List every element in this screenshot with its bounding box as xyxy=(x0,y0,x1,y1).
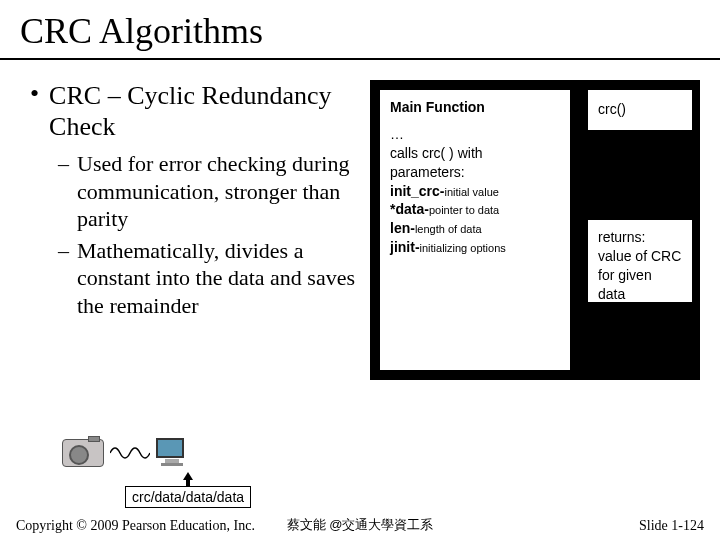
returns-label: returns: xyxy=(598,228,682,247)
left-column: • CRC – Cyclic Redundancy Check – Used f… xyxy=(30,80,370,380)
sub-bullet-2: – Mathematically, divides a constant int… xyxy=(58,237,362,320)
diagram-blackbox: Main Function … calls crc( ) with parame… xyxy=(370,80,700,380)
footer-center: 蔡文能 @交通大學資工系 xyxy=(287,516,434,534)
monitor-icon xyxy=(156,438,188,468)
dash-icon: – xyxy=(58,237,69,320)
main-function-box: Main Function … calls crc( ) with parame… xyxy=(380,90,570,370)
sub-bullet-2-text: Mathematically, divides a constant into … xyxy=(77,237,362,320)
sub-bullet-1-text: Used for error checking during communica… xyxy=(77,150,362,233)
copyright-text: Copyright © 2009 Pearson Education, Inc. xyxy=(16,518,255,534)
bullet-dot-icon: • xyxy=(30,80,39,142)
slide-title: CRC Algorithms xyxy=(0,0,720,60)
content-area: • CRC – Cyclic Redundancy Check – Used f… xyxy=(0,80,720,380)
returns-body: value of CRC for given data xyxy=(598,247,682,304)
camera-icon xyxy=(62,439,104,467)
right-column: Main Function … calls crc( ) with parame… xyxy=(370,80,708,380)
wire-icon xyxy=(110,443,150,463)
calls-line: calls crc( ) with parameters: xyxy=(390,144,560,182)
sub-bullet-1: – Used for error checking during communi… xyxy=(58,150,362,233)
returns-box: returns: value of CRC for given data xyxy=(588,220,692,302)
param-data: *data-pointer to data xyxy=(390,200,560,219)
data-label-group: crc/data/data/data xyxy=(125,472,251,508)
data-stream-label: crc/data/data/data xyxy=(125,486,251,508)
main-function-title: Main Function xyxy=(390,98,560,117)
transmission-diagram xyxy=(62,438,188,468)
ellipsis: … xyxy=(390,125,560,144)
slide-number: Slide 1-124 xyxy=(639,518,704,534)
dash-icon: – xyxy=(58,150,69,233)
crc-box: crc() xyxy=(588,90,692,130)
main-bullet-text: CRC – Cyclic Redundancy Check xyxy=(49,80,362,142)
param-len: len-length of data xyxy=(390,219,560,238)
main-bullet: • CRC – Cyclic Redundancy Check xyxy=(30,80,362,142)
arrow-up-icon xyxy=(125,472,251,486)
param-initcrc: init_crc-initial value xyxy=(390,182,560,201)
param-jinit: jinit-initializing options xyxy=(390,238,560,257)
